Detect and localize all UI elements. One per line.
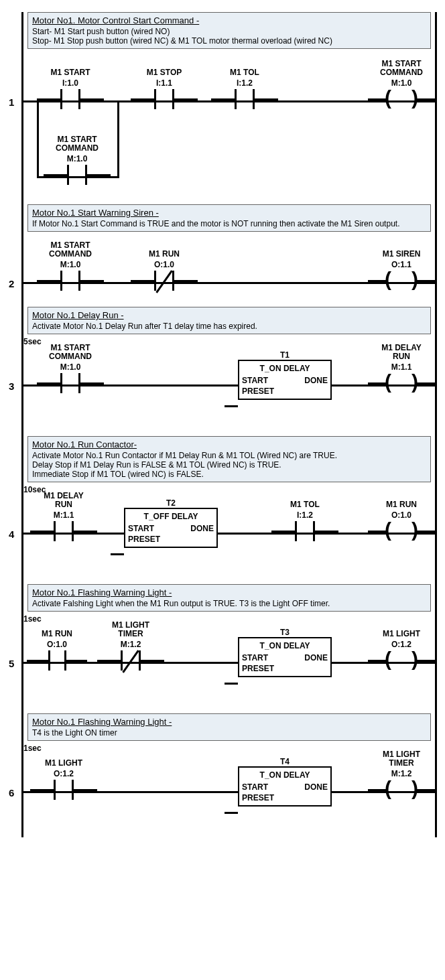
rung-3-comment: Motor No.1 Delay Run - Activate Motor No…: [27, 307, 431, 334]
rung-5-comment-body: Activate Falshing Light when the M1 Run …: [32, 599, 330, 608]
contact-m1-run-nc: M1 RUN O:1.0: [131, 250, 198, 291]
no-contact-icon: [44, 165, 111, 185]
contact-m1-start: M1 START I:1.0: [37, 68, 104, 109]
no-contact-icon: [37, 373, 104, 393]
coil-icon: (): [368, 89, 435, 109]
contact-m1-delay-run: M1 DELAY RUN M:1.1: [30, 492, 97, 541]
rung-4-container: Motor No.1 Run Contactor- Activate Motor…: [8, 436, 437, 579]
no-contact-icon: [131, 89, 198, 109]
coil-m1-start-command: M1 START COMMAND M:1.0 (): [368, 60, 435, 109]
contact-m1-light-timer-nc: M1 LIGHT TIMER M:1.2: [97, 621, 164, 671]
rung-6-comment-title: Motor No.1 Flashing Warning Light -: [32, 717, 426, 727]
rung-3-comment-body: Activate Motor No.1 Delay Run after T1 d…: [32, 322, 257, 331]
no-contact-icon: [271, 521, 338, 541]
rung-2-comment-title: Motor No.1 Start Warning Siren -: [32, 208, 426, 218]
contact-m1-start-command: M1 START COMMAND M:1.0: [37, 241, 104, 291]
rung-2: 2 M1 START COMMAND M:1.0 M1 RUN O:1.0 M1…: [23, 234, 435, 301]
rung-3-comment-title: Motor No.1 Delay Run -: [32, 310, 426, 320]
coil-m1-siren: M1 SIREN O:1.1 (): [368, 250, 435, 291]
rung-1-container: Motor No1. Motor Control Start Command -…: [8, 12, 437, 199]
coil-m1-light-timer: M1 LIGHT TIMER M:1.2 (): [368, 750, 435, 800]
no-contact-icon: [30, 521, 97, 541]
coil-icon: (): [368, 650, 435, 671]
rung-4-number: 4: [9, 529, 14, 540]
rung-5-comment: Motor No.1 Flashing Warning Light - Acti…: [27, 584, 431, 612]
timer-t3: T3 T_ON DELAY STARTDONE PRESET: [238, 628, 332, 677]
rung-5-number: 5: [9, 658, 14, 669]
coil-m1-run: M1 RUN O:1.0 (): [368, 500, 435, 541]
rung-6-container: Motor No.1 Flashing Warning Light - T4 i…: [8, 713, 437, 837]
rung-5: 5 M1 RUN O:1.0 M1 LIGHT TIMER M:1.2 T3 T…: [23, 614, 435, 708]
ladder-diagram: Motor No1. Motor Control Start Command -…: [8, 12, 437, 837]
t3-preset-value: 1sec: [23, 614, 435, 624]
rung-4: 4 M1 DELAY RUN M:1.1 T2 T_OFF DELAY STAR…: [23, 485, 435, 579]
contact-m1-start-command-branch: M1 START COMMAND M:1.0: [44, 135, 111, 185]
rung-1-number: 1: [9, 96, 14, 108]
rung-6: 6 M1 LIGHT O:1.2 T4 T_ON DELAY STARTDONE…: [23, 744, 435, 837]
rung-3-number: 3: [9, 380, 14, 392]
contact-m1-tol: M1 TOL I:1.2: [211, 68, 278, 109]
no-contact-icon: [37, 89, 104, 109]
coil-icon: (): [368, 271, 435, 291]
coil-icon: (): [368, 373, 435, 393]
nc-contact-icon: [97, 650, 164, 671]
no-contact-icon: [27, 650, 87, 671]
rung-5-container: Motor No.1 Flashing Warning Light - Acti…: [8, 584, 437, 708]
timer-t4: T4 T_ON DELAY STARTDONE PRESET: [238, 757, 332, 807]
contact-m1-start-command-r3: M1 START COMMAND M:1.0: [37, 344, 104, 393]
no-contact-icon: [37, 271, 104, 291]
rung-2-comment-body: If Motor No.1 Start Command is TRUE and …: [32, 219, 399, 228]
coil-m1-delay-run: M1 DELAY RUN M:1.1 (): [368, 344, 435, 393]
rung-6-comment: Motor No.1 Flashing Warning Light - T4 i…: [27, 713, 431, 741]
rung-2-number: 2: [9, 278, 14, 289]
rung-6-comment-body: T4 is the Light ON timer: [32, 728, 117, 738]
rung-3-container: Motor No.1 Delay Run - Activate Motor No…: [8, 307, 437, 431]
rung-2-comment: Motor No.1 Start Warning Siren - If Moto…: [27, 204, 431, 232]
contact-m1-run-r5: M1 RUN O:1.0: [27, 630, 87, 671]
coil-icon: (): [368, 780, 435, 800]
coil-m1-light: M1 LIGHT O:1.2 (): [368, 630, 435, 671]
rung-4-comment-title: Motor No.1 Run Contactor-: [32, 439, 426, 449]
rung-1-comment-body: Start- M1 Start push button (wired NO) S…: [32, 27, 332, 46]
rung-1-comment-title: Motor No1. Motor Control Start Command -: [32, 15, 426, 25]
rung-1: 1 M1 START I:1.0 M1 STOP I:1.1 M1 TOL I:…: [23, 52, 435, 199]
rung-3: 3 M1 START COMMAND M:1.0 T1 T_ON DELAY S…: [23, 337, 435, 431]
contact-m1-light-r6: M1 LIGHT O:1.2: [30, 759, 97, 800]
rung-2-container: Motor No.1 Start Warning Siren - If Moto…: [8, 204, 437, 301]
rung-5-comment-title: Motor No.1 Flashing Warning Light -: [32, 587, 426, 598]
rung-1-comment: Motor No1. Motor Control Start Command -…: [27, 12, 431, 49]
coil-icon: (): [368, 521, 435, 541]
rung-4-comment-body: Activate Motor No.1 Run Contactor if M1 …: [32, 451, 337, 479]
contact-m1-stop: M1 STOP I:1.1: [131, 68, 198, 109]
no-contact-icon: [211, 89, 278, 109]
timer-t1: T1 T_ON DELAY STARTDONE PRESET: [238, 350, 332, 400]
rung-4-comment: Motor No.1 Run Contactor- Activate Motor…: [27, 436, 431, 482]
contact-m1-tol-r4: M1 TOL I:1.2: [271, 500, 338, 541]
no-contact-icon: [30, 780, 97, 800]
rung-6-number: 6: [9, 787, 14, 798]
nc-contact-icon: [131, 271, 198, 291]
timer-t2: T2 T_OFF DELAY STARTDONE PRESET: [124, 498, 218, 548]
